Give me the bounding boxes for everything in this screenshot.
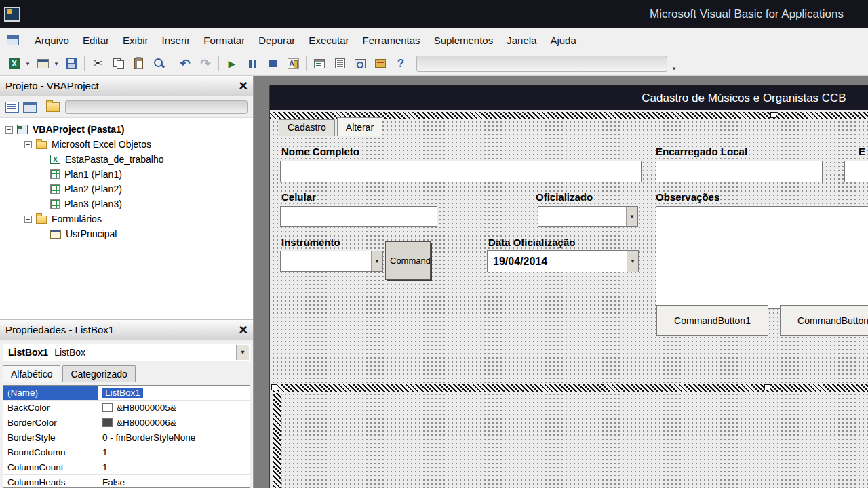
property-name[interactable]: BorderColor: [3, 415, 98, 430]
active-document-icon[interactable]: [7, 35, 19, 45]
close-icon[interactable]: [239, 323, 248, 337]
toolbox-icon[interactable]: [371, 54, 390, 73]
property-name[interactable]: (Name): [3, 386, 98, 400]
tree-node-usrprincipal[interactable]: UsrPrincipal: [0, 226, 253, 241]
tab-alterar[interactable]: Alterar: [337, 117, 382, 136]
app-titlebar[interactable]: Microsoft Visual Basic for Applications: [0, 0, 868, 28]
property-name[interactable]: BorderStyle: [3, 430, 98, 445]
view-microsoft-excel-icon[interactable]: [5, 54, 24, 73]
insert-dropdown-caret-icon[interactable]: [53, 60, 60, 67]
designer-combobox-instrumento[interactable]: [280, 251, 383, 272]
resize-grip[interactable]: [271, 384, 277, 390]
menu-inserir[interactable]: Inserir: [155, 31, 197, 49]
property-row[interactable]: BorderStyle 0 - fmBorderStyleNone: [3, 430, 250, 445]
break-icon[interactable]: [243, 54, 262, 73]
chevron-down-icon[interactable]: [371, 251, 382, 271]
tree-node-plan1[interactable]: Plan1 (Plan1): [0, 167, 253, 182]
menu-editar[interactable]: Editar: [76, 31, 116, 49]
property-name[interactable]: BackColor: [3, 401, 98, 415]
designer-button-clipped[interactable]: CommandButton: [385, 241, 431, 280]
designer-textbox-celular[interactable]: [280, 206, 437, 227]
close-icon[interactable]: [239, 79, 248, 93]
menu-exibir[interactable]: Exibir: [116, 31, 155, 49]
redo-icon[interactable]: [196, 54, 215, 73]
resize-grip[interactable]: [764, 384, 770, 390]
resize-grip[interactable]: [770, 112, 776, 118]
menu-executar[interactable]: Executar: [302, 31, 355, 49]
designer-label-encarregado-local[interactable]: Encarregado Local: [656, 146, 747, 157]
find-icon[interactable]: [149, 54, 168, 73]
property-row[interactable]: (Name) ListBox1: [3, 386, 250, 401]
property-row[interactable]: ColumnCount 1: [3, 460, 250, 475]
chevron-down-icon[interactable]: [626, 207, 637, 226]
menu-formatar[interactable]: Formatar: [197, 31, 252, 49]
tree-node-formularios[interactable]: Formulários: [0, 211, 253, 226]
property-value[interactable]: 1: [102, 447, 108, 458]
tree-node-plan3[interactable]: Plan3 (Plan3): [0, 197, 253, 211]
undo-icon[interactable]: [176, 54, 195, 73]
menu-suplementos[interactable]: Suplementos: [427, 31, 500, 49]
collapse-icon[interactable]: [24, 216, 32, 223]
menu-depurar[interactable]: Depurar: [252, 31, 302, 49]
designer-textbox-encarregado-local[interactable]: [656, 161, 823, 182]
menu-arquivo[interactable]: Arquivo: [28, 31, 76, 49]
designer-label-partial-right[interactable]: E: [859, 146, 865, 157]
property-value[interactable]: 1: [102, 462, 108, 472]
property-value[interactable]: 0 - fmBorderStyleNone: [102, 432, 195, 443]
view-code-icon[interactable]: [5, 102, 19, 113]
designer-commandbutton1[interactable]: CommandButton1: [656, 305, 768, 336]
designer-label-data-oficializacao[interactable]: Data Oficialização: [488, 237, 575, 248]
tree-node-vbaproject[interactable]: VBAProject (Pasta1): [0, 122, 253, 137]
designer-label-nome-completo[interactable]: Nome Completo: [281, 146, 359, 157]
design-mode-icon[interactable]: [283, 54, 302, 73]
paste-icon[interactable]: [129, 54, 148, 73]
collapse-icon[interactable]: [24, 141, 32, 148]
property-row[interactable]: ColumnHeads False: [3, 475, 250, 488]
userform-titlebar[interactable]: Cadastro de Músicos e Organistas CCB: [270, 85, 868, 110]
designer-label-celular[interactable]: Celular: [281, 191, 316, 203]
properties-panel-header[interactable]: Propriedades - ListBox1: [0, 320, 253, 340]
designer-commandbutton2[interactable]: CommandButton2: [780, 305, 868, 336]
property-value[interactable]: ListBox1: [102, 388, 143, 398]
object-selector[interactable]: ListBox1 ListBox: [3, 344, 250, 361]
copy-icon[interactable]: [108, 54, 127, 73]
run-icon[interactable]: [222, 54, 241, 73]
designer-combobox-oficializado[interactable]: [538, 206, 638, 227]
tree-node-estapasta[interactable]: EstaPasta_de_trabalho: [0, 152, 253, 167]
reset-icon[interactable]: [263, 54, 282, 73]
cut-icon[interactable]: [88, 54, 107, 73]
property-value[interactable]: False: [102, 477, 125, 487]
designer-textbox-observacoes[interactable]: [656, 206, 868, 309]
collapse-icon[interactable]: [5, 126, 13, 134]
save-icon[interactable]: [62, 54, 81, 73]
help-icon[interactable]: [391, 54, 410, 73]
chevron-down-icon[interactable]: [236, 345, 249, 360]
designer-combobox-data-oficializacao[interactable]: 19/04/2014: [487, 250, 639, 272]
designer-textbox-partial-right[interactable]: [844, 161, 868, 182]
designer-label-instrumento[interactable]: Instrumento: [281, 237, 340, 248]
chevron-down-icon[interactable]: [627, 251, 638, 272]
excel-dropdown-caret-icon[interactable]: [24, 60, 31, 67]
menu-ferramentas[interactable]: Ferramentas: [356, 31, 427, 49]
designer-textbox-nome-completo[interactable]: [280, 161, 642, 182]
tree-node-plan2[interactable]: Plan2 (Plan2): [0, 182, 253, 197]
tab-alfabetico[interactable]: Alfabético: [3, 365, 60, 382]
property-name[interactable]: BoundColumn: [3, 445, 98, 460]
property-row[interactable]: BackColor &H80000005&: [3, 401, 250, 415]
designer-label-observacoes[interactable]: Observações: [656, 191, 719, 203]
project-panel-header[interactable]: Projeto - VBAProject: [0, 76, 253, 96]
property-name[interactable]: ColumnCount: [3, 460, 98, 474]
toggle-folders-icon[interactable]: [46, 102, 60, 112]
tree-node-excel-objetos[interactable]: Microsoft Excel Objetos: [0, 137, 253, 152]
property-name[interactable]: ColumnHeads: [3, 475, 98, 488]
object-browser-icon[interactable]: [351, 54, 370, 73]
tab-cadastro[interactable]: Cadastro: [279, 119, 335, 136]
designer-label-oficializado[interactable]: Oficializado: [536, 191, 593, 203]
project-explorer-icon[interactable]: [310, 54, 329, 73]
property-row[interactable]: BorderColor &H80000006&: [3, 415, 250, 430]
toolbar-options-caret-icon[interactable]: [669, 56, 679, 72]
properties-window-icon[interactable]: [330, 54, 349, 73]
menu-ajuda[interactable]: Ajuda: [543, 31, 583, 49]
property-value[interactable]: &H80000005&: [117, 403, 176, 413]
view-object-icon[interactable]: [23, 102, 37, 113]
